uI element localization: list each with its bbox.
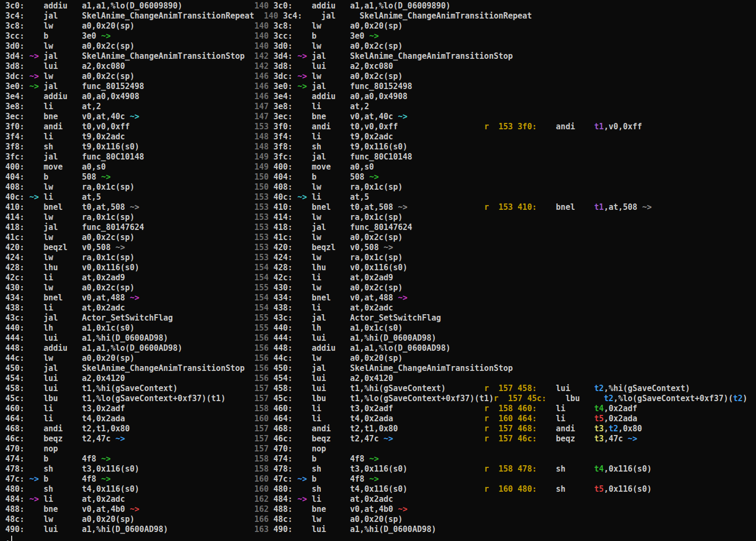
mnemonic: li bbox=[43, 404, 53, 413]
address: 460: bbox=[274, 404, 293, 413]
address: 3c4: bbox=[5, 11, 24, 21]
mnemonic: bnel bbox=[43, 202, 63, 212]
asm-row: 450: jal SkelAnime_ChangeAnimTransitionS… bbox=[5, 363, 756, 374]
mnemonic: li bbox=[556, 404, 566, 413]
asm-row: 3cc: b 3e0 ~> 140 3cc: b 3e0 ~> bbox=[5, 31, 756, 41]
address: 44c: bbox=[5, 353, 24, 363]
line-number: 153 bbox=[498, 122, 513, 131]
mnemonic: addiu bbox=[312, 1, 336, 11]
operand: 508 bbox=[82, 172, 101, 182]
operand: a0,0x20(sp) bbox=[82, 515, 135, 524]
mnemonic: lui bbox=[312, 61, 326, 71]
mnemonic: bne bbox=[43, 112, 58, 121]
operand: t9,0x2adc bbox=[82, 132, 125, 141]
operand: a1,a1,%lo(D_0600AD98) bbox=[82, 343, 183, 353]
line-number: 150 bbox=[254, 172, 269, 182]
operand: at,0x2ad9 bbox=[350, 273, 393, 282]
operand: a0,0x20(sp) bbox=[350, 21, 402, 31]
branch-target-arrow-icon: ~> bbox=[130, 202, 139, 212]
address: 44c: bbox=[274, 353, 293, 363]
operand: 4f8 bbox=[350, 474, 369, 484]
reg-rename-marker: r bbox=[484, 424, 489, 433]
line-number: 157 bbox=[254, 384, 269, 393]
line-number: 154 bbox=[254, 303, 269, 313]
line-number: 156 bbox=[254, 353, 269, 363]
address: 448: bbox=[274, 343, 293, 353]
operand: t1,%hi(gSaveContext) bbox=[350, 384, 446, 393]
address: 42c: bbox=[274, 273, 293, 282]
operand: ,0x2adf bbox=[604, 404, 637, 413]
operand: at,2 bbox=[82, 102, 101, 111]
mnemonic: jal bbox=[312, 313, 326, 323]
asm-row: 40c: ~> li at,5 153 40c: ~> li at,5 bbox=[5, 192, 756, 202]
branch-target-arrow-icon: ~> bbox=[398, 202, 408, 212]
mnemonic: sh bbox=[43, 464, 53, 474]
operand: t2 bbox=[604, 394, 613, 403]
operand: t2 bbox=[594, 384, 604, 393]
mnemonic: lw bbox=[43, 353, 53, 363]
mnemonic: lw bbox=[43, 253, 53, 262]
operand: a0,0x2c(sp) bbox=[350, 283, 402, 292]
operand: a2,0x4120 bbox=[350, 374, 393, 383]
operand: v0,at,4b0 bbox=[350, 504, 398, 514]
mnemonic: sh bbox=[312, 484, 321, 494]
address: 3f4: bbox=[5, 132, 24, 141]
address: 3d4: bbox=[274, 51, 293, 61]
operand: a0,0x20(sp) bbox=[82, 353, 135, 363]
terminal-output[interactable]: 3c0: addiu a1,a1,%lo(D_06009890) 140 3c0… bbox=[0, 0, 756, 541]
address: 3cc: bbox=[5, 31, 24, 41]
operand: SkelAnime_ChangeAnimTransitionStop bbox=[350, 51, 513, 61]
operand: a0,0x2c(sp) bbox=[82, 72, 135, 81]
asm-row: 420: beqzl v0,508 ~> 153 420: beqzl v0,5… bbox=[5, 243, 756, 253]
address: 424: bbox=[274, 253, 293, 262]
mnemonic: beqz bbox=[43, 434, 63, 444]
asm-row: 3c0: addiu a1,a1,%lo(D_06009890) 140 3c0… bbox=[5, 1, 756, 11]
asm-row: 484: ~> li at,0x2adc 162 484: ~> li at,0… bbox=[5, 494, 756, 504]
branch-target-arrow-icon: ~> bbox=[398, 504, 408, 514]
mnemonic: lw bbox=[43, 41, 53, 51]
asm-row: 460: li t3,0x2adf 158 460: li t3,0x2adf … bbox=[5, 404, 756, 414]
address: 404: bbox=[274, 172, 293, 182]
mnemonic: li bbox=[312, 102, 321, 111]
address: 46c: bbox=[5, 434, 24, 444]
address: 40c: bbox=[5, 192, 24, 202]
address: 3f0: bbox=[5, 122, 24, 131]
line-number: 153 bbox=[254, 202, 269, 212]
address: 3d8: bbox=[5, 61, 24, 71]
mnemonic: lw bbox=[43, 72, 53, 81]
address: 3e8: bbox=[5, 102, 24, 111]
branch-source-arrow-icon: ~> bbox=[29, 72, 39, 81]
asm-row: 3e4: addiu a0,a0,0x4908 146 3e4: addiu a… bbox=[5, 92, 756, 102]
branch-source-arrow-icon: ~> bbox=[297, 82, 307, 91]
mnemonic: jal bbox=[312, 363, 326, 373]
mnemonic: beqz bbox=[556, 434, 575, 444]
line-number: 154 bbox=[254, 273, 269, 282]
line-number: 157 bbox=[498, 424, 513, 433]
line-number: 157 bbox=[254, 444, 269, 454]
operand: ,%lo(gSaveContext+0xf37)( bbox=[613, 394, 733, 403]
asm-row: 488: bne v0,at,4b0 ~> 162 488: bne v0,at… bbox=[5, 504, 756, 515]
mnemonic: sh bbox=[43, 142, 53, 152]
mnemonic: jal bbox=[321, 11, 336, 21]
operand: a0,a0,0x4908 bbox=[82, 92, 139, 101]
operand: ra,0x1c(sp) bbox=[82, 182, 135, 192]
operand: t1 bbox=[594, 122, 604, 131]
operand: a1,0x1c(s0) bbox=[350, 323, 402, 333]
operand: 4f8 bbox=[82, 454, 101, 464]
mnemonic: jal bbox=[43, 313, 58, 323]
mnemonic: andi bbox=[43, 122, 63, 131]
line-number: 160 bbox=[254, 484, 269, 494]
operand: t3,0x2adf bbox=[350, 404, 393, 413]
reg-rename-marker: r bbox=[484, 384, 489, 393]
line-number: 149 bbox=[254, 162, 269, 172]
address: 40c: bbox=[274, 192, 293, 202]
address: 484: bbox=[5, 494, 24, 504]
mnemonic: sh bbox=[556, 484, 566, 494]
address: 400: bbox=[5, 162, 24, 172]
operand: t4,0x116(s0) bbox=[82, 484, 139, 494]
asm-row: 444: lui a1,%hi(D_0600AD98) 156 444: lui… bbox=[5, 333, 756, 343]
line-number: 146 bbox=[254, 72, 269, 81]
operand: a0,0x20(sp) bbox=[350, 353, 402, 363]
asm-row: 3d4: ~> jal SkelAnime_ChangeAnimTransiti… bbox=[5, 51, 756, 61]
operand: at,0x2adc bbox=[82, 494, 125, 504]
